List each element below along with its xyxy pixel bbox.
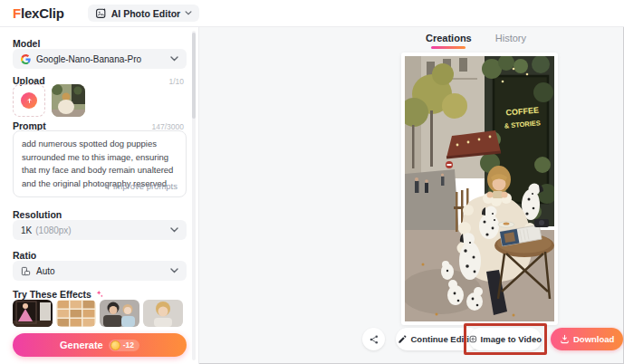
prompt-input[interactable]: add numerous spotted dog puppies surroun… [13,130,187,197]
chevron-down-icon [170,268,178,273]
flexclip-app: FlexClip AI Photo Editor Model Google-Na… [0,0,624,364]
pencil-icon [398,334,408,344]
tab-history[interactable]: History [495,33,526,49]
resolution-detail: (1080px) [35,225,71,235]
ai-photo-editor-menu[interactable]: AI Photo Editor [88,5,199,22]
generated-image-card[interactable]: COFFEE & STORIES [401,53,558,325]
download-label: Download [573,334,614,344]
photo-street [405,161,459,242]
ratio-value: Auto [36,266,55,276]
effect-father-baby-thumbnail[interactable] [100,300,139,327]
flexclip-logo[interactable]: FlexClip [13,5,64,21]
download-button[interactable]: Download [551,328,623,350]
google-icon [21,54,31,64]
magic-sparkle-icon [101,182,110,191]
effect-toddler-thumbnail[interactable] [143,300,183,327]
image-to-video-label: Image to Video [481,334,542,344]
credit-cost-badge: -12 [109,340,139,351]
ratio-select[interactable]: Auto [13,261,187,281]
ratio-label: Ratio [13,250,36,261]
share-icon [369,334,379,345]
model-value: Google-Nano-Banana-Pro [36,54,141,64]
improve-prompts-label: Improve prompts [113,181,178,191]
resolution-value: 1K [21,225,32,235]
logo-f: F [13,5,21,21]
model-label: Model [13,38,40,49]
generate-label: Generate [60,340,103,350]
download-icon [560,334,570,344]
credit-cost: -12 [123,340,134,350]
top-bar: FlexClip AI Photo Editor [0,0,624,27]
generate-button[interactable]: Generate -12 [13,333,187,357]
image-to-video-button[interactable]: Image to Video [469,328,542,350]
chevron-down-icon [185,11,192,15]
improve-prompts-button[interactable]: Improve prompts [101,181,178,191]
sparkle-icon [95,290,104,299]
logo-rest: lexClip [21,5,64,21]
resolution-label: Resolution [13,209,62,220]
photo-editor-icon [95,7,107,19]
tab-creations[interactable]: Creations [426,33,472,49]
effects-label: Try These Effects [13,289,91,300]
editor-menu-label: AI Photo Editor [111,8,180,19]
effect-photo-grid-thumbnail[interactable] [56,300,96,327]
model-select[interactable]: Google-Nano-Banana-Pro [13,49,187,69]
result-tabs: Creations History [426,33,526,49]
video-record-icon [469,334,477,344]
tab-history-label: History [495,33,526,43]
chevron-down-icon [170,56,178,62]
upload-icon [21,92,37,109]
upload-image-button[interactable] [13,84,45,117]
continue-editing-button[interactable]: Continue Editing [396,328,481,350]
cafe-photo: COFFEE & STORIES [405,56,554,321]
active-tab-underline [431,46,466,49]
tab-creations-label: Creations [426,33,472,43]
share-button[interactable] [362,328,385,350]
effects-list [13,300,183,327]
resolution-select[interactable]: 1K (1080px) [13,220,187,240]
sidebar-scrollbar-thumb[interactable] [192,33,196,119]
coin-icon [110,340,120,350]
chevron-down-icon [170,227,178,233]
uploaded-image-thumbnail[interactable] [52,84,85,117]
aspect-ratio-icon [21,266,31,276]
upload-counter: 1/10 [168,77,184,86]
settings-sidebar: Model Google-Nano-Banana-Pro Upload 1/10 [0,27,199,364]
effect-figurine-thumbnail[interactable] [13,300,53,327]
